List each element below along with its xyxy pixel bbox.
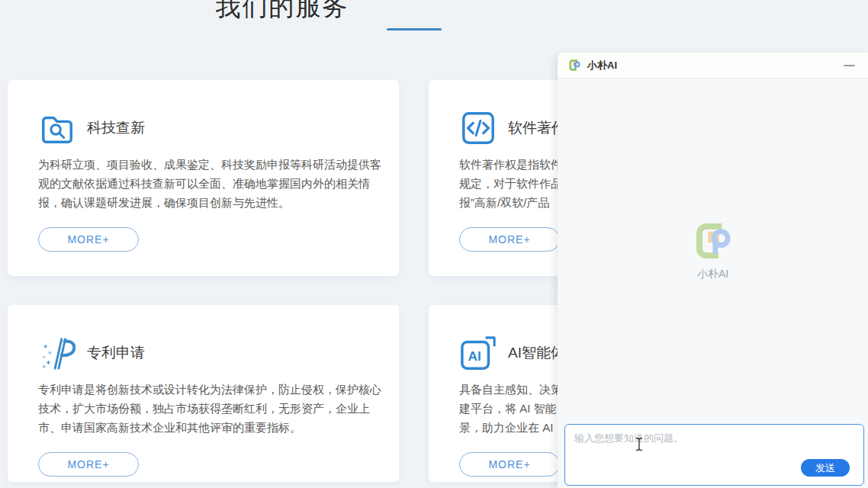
more-button[interactable]: MORE+: [38, 452, 139, 477]
minimize-icon: [844, 65, 855, 66]
code-icon: [459, 110, 497, 146]
chat-watermark-logo-icon: [693, 220, 734, 262]
more-button[interactable]: MORE+: [38, 227, 139, 252]
desc-line: 专利申请是将创新技术或设计转化为法律保护，防止侵权，保护核心: [38, 380, 368, 399]
ai-icon-text: AI: [468, 348, 481, 364]
chat-watermark: 小朴AI: [693, 220, 734, 281]
desc-line: 技术，扩大市场份额，独占市场获得垄断红利，无形资产，企业上: [38, 399, 368, 418]
card-title: 科技查新: [87, 118, 145, 138]
card-description: 专利申请是将创新技术或设计转化为法律保护，防止侵权，保护核心 技术，扩大市场份额…: [38, 380, 368, 437]
title-underline: [387, 28, 442, 30]
minimize-button[interactable]: [841, 58, 857, 73]
chat-title: 小朴AI: [587, 59, 617, 72]
page-title: 我们的服务: [0, 0, 564, 21]
card-head: 科技查新: [38, 109, 368, 147]
ai-agent-icon: AI: [459, 335, 497, 371]
card-tech-novelty-search: 科技查新 为科研立项、项目验收、成果鉴定、科技奖励申报等科研活动提供客 观的文献…: [8, 80, 399, 276]
desc-line: 市、申请国家高新技术企业和其他评审的重要指标。: [38, 418, 368, 437]
chat-header: 小朴AI: [558, 53, 868, 79]
chat-logo-icon: [568, 59, 581, 72]
folder-search-icon: [38, 110, 76, 146]
desc-line: 报，确认课题研发进展，确保项目创新与先进性。: [38, 193, 368, 212]
desc-line: 为科研立项、项目验收、成果鉴定、科技奖励申报等科研活动提供客: [38, 155, 368, 174]
chat-watermark-label: 小朴AI: [697, 268, 728, 281]
card-description: 为科研立项、项目验收、成果鉴定、科技奖励申报等科研活动提供客 观的文献依据通过科…: [38, 155, 368, 212]
card-title: 专利申请: [87, 343, 145, 363]
send-button[interactable]: 发送: [801, 459, 850, 477]
card-head: 专利申请: [38, 334, 368, 372]
card-title: AI智能体: [508, 343, 565, 363]
patent-logo-icon: [38, 335, 76, 371]
card-patent-application: 专利申请 专利申请是将创新技术或设计转化为法律保护，防止侵权，保护核心 技术，扩…: [8, 305, 399, 482]
desc-line: 观的文献依据通过科技查新可以全面、准确地掌握国内外的相关情: [38, 174, 368, 193]
more-button[interactable]: MORE+: [459, 227, 560, 252]
text-cursor-icon: [635, 437, 644, 451]
more-button[interactable]: MORE+: [459, 452, 560, 477]
chat-input-container: 发送: [564, 424, 864, 486]
chat-widget: 小朴AI 小朴AI 发送: [558, 53, 868, 488]
